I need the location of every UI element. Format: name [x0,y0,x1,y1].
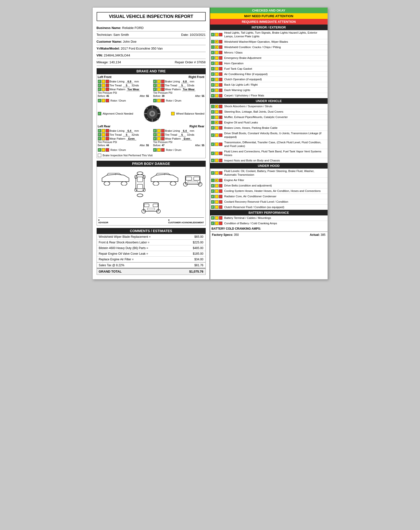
checklist-chk-yellow[interactable] [215,40,218,44]
checklist-chk-green[interactable] [211,116,214,119]
checklist-chk-green[interactable] [211,78,214,81]
lf-brake-red[interactable] [106,80,109,83]
checklist-chk-green[interactable] [211,51,214,54]
lr-brake-green[interactable] [98,129,101,132]
checklist-chk-yellow[interactable] [215,83,218,87]
checklist-chk-red[interactable] [219,94,222,97]
lf-wear-yellow[interactable] [102,88,105,91]
lf-rotor-yellow[interactable] [102,99,105,102]
checklist-chk-red[interactable] [219,216,222,220]
checklist-chk-yellow[interactable] [215,110,218,114]
checklist-chk-yellow[interactable] [215,171,218,175]
lf-rotor-green[interactable] [98,99,101,102]
checklist-chk-green[interactable] [211,179,214,182]
rf-brake-green[interactable] [153,80,157,83]
checklist-chk-green[interactable] [211,195,214,198]
checklist-chk-red[interactable] [219,45,222,49]
checklist-chk-yellow[interactable] [215,45,218,49]
checklist-chk-green[interactable] [211,62,214,65]
checklist-chk-red[interactable] [219,133,222,137]
checklist-chk-red[interactable] [219,195,222,198]
checklist-chk-red[interactable] [219,159,222,162]
checklist-chk-green[interactable] [211,110,214,114]
checklist-chk-green[interactable] [211,190,214,193]
rf-wear-green[interactable] [153,88,157,91]
rr-brake-green[interactable] [153,129,157,132]
lf-brake-yellow[interactable] [102,80,105,83]
checklist-chk-green[interactable] [211,56,214,60]
checklist-chk-yellow[interactable] [215,152,218,155]
checklist-chk-green[interactable] [211,40,214,44]
lr-rotor-red[interactable] [106,148,109,152]
checklist-chk-yellow[interactable] [215,179,218,182]
rf-rotor-green[interactable] [153,99,157,102]
checklist-chk-green[interactable] [211,143,214,146]
checklist-chk-yellow[interactable] [215,195,218,198]
checklist-chk-red[interactable] [219,179,222,182]
checklist-chk-yellow[interactable] [215,221,218,225]
checklist-chk-yellow[interactable] [215,116,218,119]
checklist-chk-red[interactable] [219,110,222,114]
rr-rotor-red[interactable] [161,148,165,152]
checklist-chk-green[interactable] [211,221,214,225]
rr-tread-green[interactable] [153,133,157,136]
checklist-chk-green[interactable] [211,152,214,155]
checklist-chk-green[interactable] [211,72,214,76]
checklist-chk-red[interactable] [219,51,222,54]
checklist-chk-red[interactable] [219,190,222,193]
rr-tread-red[interactable] [161,133,165,136]
checklist-chk-red[interactable] [219,78,222,81]
checklist-chk-green[interactable] [211,216,214,220]
checklist-chk-green[interactable] [211,200,214,204]
checklist-chk-green[interactable] [211,94,214,97]
wheel-balance-checkbox[interactable] [171,112,175,115]
rr-wear-green[interactable] [153,137,157,140]
checklist-chk-red[interactable] [219,40,222,44]
checklist-chk-red[interactable] [219,126,222,130]
rf-wear-red[interactable] [161,88,165,91]
checklist-chk-yellow[interactable] [215,105,218,108]
lr-tread-yellow[interactable] [102,133,105,136]
rf-tread-yellow[interactable] [157,84,161,87]
checklist-chk-yellow[interactable] [215,51,218,54]
lr-wear-green[interactable] [98,137,101,140]
rf-brake-yellow[interactable] [157,80,161,83]
checklist-chk-yellow[interactable] [215,190,218,193]
checklist-chk-green[interactable] [211,205,214,209]
checklist-chk-red[interactable] [219,105,222,108]
checklist-chk-yellow[interactable] [215,67,218,70]
checklist-chk-green[interactable] [211,121,214,124]
checklist-chk-green[interactable] [211,171,214,175]
checklist-chk-green[interactable] [211,67,214,70]
checklist-chk-green[interactable] [211,83,214,87]
rf-tread-red[interactable] [161,84,165,87]
checklist-chk-red[interactable] [219,62,222,65]
checklist-chk-red[interactable] [219,33,222,36]
checklist-chk-red[interactable] [219,184,222,188]
checklist-chk-yellow[interactable] [215,88,218,92]
checklist-chk-yellow[interactable] [215,56,218,60]
checklist-chk-green[interactable] [211,33,214,36]
checklist-chk-red[interactable] [219,67,222,70]
checklist-chk-yellow[interactable] [215,200,218,204]
checklist-chk-red[interactable] [219,171,222,175]
lf-tread-red[interactable] [106,84,109,87]
lr-brake-red[interactable] [106,129,109,132]
lr-wear-red[interactable] [106,137,109,140]
lf-wear-red[interactable] [106,88,109,91]
checklist-chk-red[interactable] [219,205,222,209]
checklist-chk-red[interactable] [219,200,222,204]
checklist-chk-yellow[interactable] [215,143,218,146]
checklist-chk-yellow[interactable] [215,78,218,81]
rr-rotor-yellow[interactable] [157,148,161,152]
lr-tread-green[interactable] [98,133,101,136]
checklist-chk-yellow[interactable] [215,62,218,65]
checklist-chk-red[interactable] [219,83,222,87]
lf-tread-green[interactable] [98,84,101,87]
not-performed-checkbox[interactable] [98,154,101,157]
checklist-chk-yellow[interactable] [215,33,218,36]
checklist-chk-yellow[interactable] [215,205,218,209]
lr-rotor-yellow[interactable] [102,148,105,152]
rr-wear-yellow[interactable] [157,137,161,140]
checklist-chk-red[interactable] [219,116,222,119]
